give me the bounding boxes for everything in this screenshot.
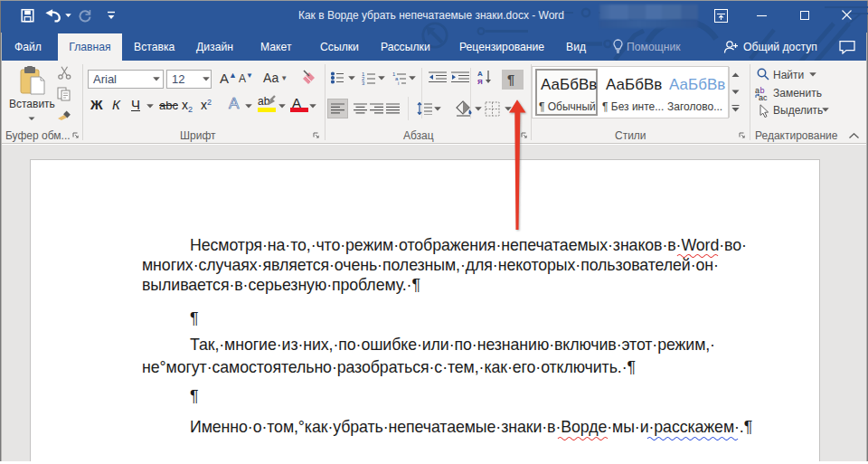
svg-text:i: i xyxy=(398,80,399,85)
svg-text:ac: ac xyxy=(759,93,768,100)
svg-text:3: 3 xyxy=(362,80,365,85)
svg-text:Я: Я xyxy=(477,78,483,85)
svg-text:А: А xyxy=(477,70,483,78)
